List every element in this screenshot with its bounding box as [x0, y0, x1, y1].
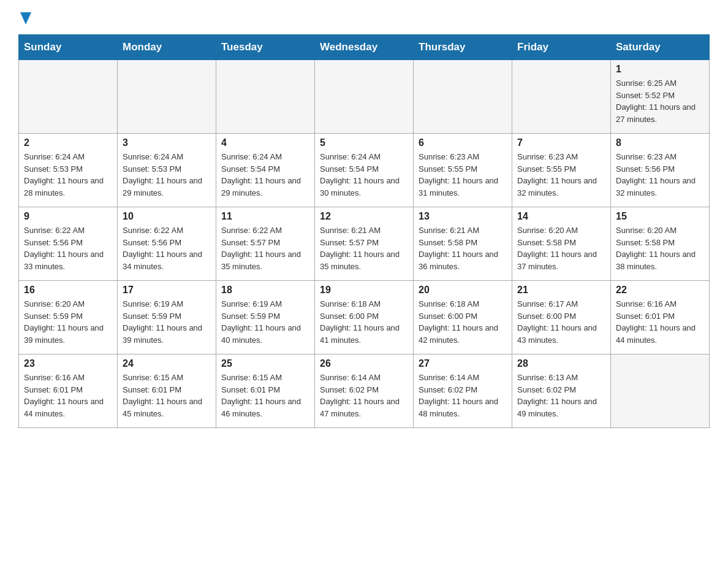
table-row: 16Sunrise: 6:20 AM Sunset: 5:59 PM Dayli… — [19, 281, 118, 354]
day-number: 21 — [517, 285, 605, 296]
calendar-week-row: 1Sunrise: 6:25 AM Sunset: 5:52 PM Daylig… — [19, 60, 710, 134]
day-info: Sunrise: 6:24 AM Sunset: 5:54 PM Dayligh… — [221, 151, 309, 199]
day-info: Sunrise: 6:16 AM Sunset: 6:01 PM Dayligh… — [616, 298, 704, 346]
table-row: 11Sunrise: 6:22 AM Sunset: 5:57 PM Dayli… — [216, 207, 315, 281]
day-info: Sunrise: 6:20 AM Sunset: 5:58 PM Dayligh… — [616, 224, 704, 272]
day-number: 5 — [320, 137, 408, 148]
day-info: Sunrise: 6:23 AM Sunset: 5:56 PM Dayligh… — [616, 151, 704, 199]
col-thursday: Thursday — [414, 35, 512, 60]
table-row: 18Sunrise: 6:19 AM Sunset: 5:59 PM Dayli… — [216, 281, 315, 354]
day-info: Sunrise: 6:18 AM Sunset: 6:00 PM Dayligh… — [419, 298, 507, 346]
day-info: Sunrise: 6:21 AM Sunset: 5:58 PM Dayligh… — [419, 224, 507, 272]
col-tuesday: Tuesday — [216, 35, 315, 60]
day-number: 12 — [320, 211, 408, 222]
day-number: 18 — [221, 285, 309, 296]
day-number: 19 — [320, 285, 408, 296]
table-row — [118, 60, 216, 134]
day-number: 23 — [24, 358, 112, 369]
table-row: 20Sunrise: 6:18 AM Sunset: 6:00 PM Dayli… — [414, 281, 512, 354]
day-number: 25 — [221, 358, 309, 369]
day-number: 9 — [24, 211, 112, 222]
day-number: 2 — [24, 137, 112, 148]
day-info: Sunrise: 6:21 AM Sunset: 5:57 PM Dayligh… — [320, 224, 408, 272]
table-row — [19, 60, 118, 134]
day-number: 28 — [517, 358, 605, 369]
table-row — [512, 60, 611, 134]
table-row: 6Sunrise: 6:23 AM Sunset: 5:55 PM Daylig… — [414, 134, 512, 207]
calendar-week-row: 9Sunrise: 6:22 AM Sunset: 5:56 PM Daylig… — [19, 207, 710, 281]
calendar-week-row: 2Sunrise: 6:24 AM Sunset: 5:53 PM Daylig… — [19, 134, 710, 207]
col-saturday: Saturday — [611, 35, 710, 60]
table-row: 4Sunrise: 6:24 AM Sunset: 5:54 PM Daylig… — [216, 134, 315, 207]
table-row: 14Sunrise: 6:20 AM Sunset: 5:58 PM Dayli… — [512, 207, 611, 281]
day-number: 14 — [517, 211, 605, 222]
day-info: Sunrise: 6:18 AM Sunset: 6:00 PM Dayligh… — [320, 298, 408, 346]
day-info: Sunrise: 6:25 AM Sunset: 5:52 PM Dayligh… — [616, 77, 704, 125]
logo-arrow-icon — [20, 12, 31, 27]
table-row: 10Sunrise: 6:22 AM Sunset: 5:56 PM Dayli… — [118, 207, 216, 281]
day-number: 1 — [616, 64, 704, 75]
table-row: 17Sunrise: 6:19 AM Sunset: 5:59 PM Dayli… — [118, 281, 216, 354]
day-number: 15 — [616, 211, 704, 222]
calendar-week-row: 16Sunrise: 6:20 AM Sunset: 5:59 PM Dayli… — [19, 281, 710, 354]
table-row: 25Sunrise: 6:15 AM Sunset: 6:01 PM Dayli… — [216, 354, 315, 428]
table-row: 2Sunrise: 6:24 AM Sunset: 5:53 PM Daylig… — [19, 134, 118, 207]
table-row: 26Sunrise: 6:14 AM Sunset: 6:02 PM Dayli… — [315, 354, 414, 428]
day-info: Sunrise: 6:24 AM Sunset: 5:53 PM Dayligh… — [123, 151, 211, 199]
table-row: 19Sunrise: 6:18 AM Sunset: 6:00 PM Dayli… — [315, 281, 414, 354]
table-row — [414, 60, 512, 134]
calendar-table: Sunday Monday Tuesday Wednesday Thursday… — [18, 34, 710, 428]
day-info: Sunrise: 6:13 AM Sunset: 6:02 PM Dayligh… — [517, 372, 605, 419]
table-row — [315, 60, 414, 134]
day-info: Sunrise: 6:16 AM Sunset: 6:01 PM Dayligh… — [24, 372, 112, 419]
table-row — [611, 354, 710, 428]
day-number: 11 — [221, 211, 309, 222]
col-friday: Friday — [512, 35, 611, 60]
table-row: 22Sunrise: 6:16 AM Sunset: 6:01 PM Dayli… — [611, 281, 710, 354]
table-row: 23Sunrise: 6:16 AM Sunset: 6:01 PM Dayli… — [19, 354, 118, 428]
day-info: Sunrise: 6:14 AM Sunset: 6:02 PM Dayligh… — [320, 372, 408, 419]
table-row: 5Sunrise: 6:24 AM Sunset: 5:54 PM Daylig… — [315, 134, 414, 207]
day-number: 16 — [24, 285, 112, 296]
day-info: Sunrise: 6:22 AM Sunset: 5:57 PM Dayligh… — [221, 224, 309, 272]
day-info: Sunrise: 6:19 AM Sunset: 5:59 PM Dayligh… — [221, 298, 309, 346]
table-row: 12Sunrise: 6:21 AM Sunset: 5:57 PM Dayli… — [315, 207, 414, 281]
table-row: 3Sunrise: 6:24 AM Sunset: 5:53 PM Daylig… — [118, 134, 216, 207]
day-number: 22 — [616, 285, 704, 296]
table-row: 9Sunrise: 6:22 AM Sunset: 5:56 PM Daylig… — [19, 207, 118, 281]
day-info: Sunrise: 6:24 AM Sunset: 5:53 PM Dayligh… — [24, 151, 112, 199]
day-info: Sunrise: 6:22 AM Sunset: 5:56 PM Dayligh… — [123, 224, 211, 272]
day-number: 17 — [123, 285, 211, 296]
calendar-week-row: 23Sunrise: 6:16 AM Sunset: 6:01 PM Dayli… — [19, 354, 710, 428]
day-info: Sunrise: 6:20 AM Sunset: 5:59 PM Dayligh… — [24, 298, 112, 346]
table-row: 1Sunrise: 6:25 AM Sunset: 5:52 PM Daylig… — [611, 60, 710, 134]
table-row: 21Sunrise: 6:17 AM Sunset: 6:00 PM Dayli… — [512, 281, 611, 354]
table-row: 28Sunrise: 6:13 AM Sunset: 6:02 PM Dayli… — [512, 354, 611, 428]
table-row: 7Sunrise: 6:23 AM Sunset: 5:55 PM Daylig… — [512, 134, 611, 207]
day-info: Sunrise: 6:15 AM Sunset: 6:01 PM Dayligh… — [123, 372, 211, 419]
col-monday: Monday — [118, 35, 216, 60]
table-row — [216, 60, 315, 134]
logo — [18, 12, 31, 28]
day-number: 7 — [517, 137, 605, 148]
table-row: 13Sunrise: 6:21 AM Sunset: 5:58 PM Dayli… — [414, 207, 512, 281]
table-row: 24Sunrise: 6:15 AM Sunset: 6:01 PM Dayli… — [118, 354, 216, 428]
table-row: 8Sunrise: 6:23 AM Sunset: 5:56 PM Daylig… — [611, 134, 710, 207]
day-info: Sunrise: 6:23 AM Sunset: 5:55 PM Dayligh… — [419, 151, 507, 199]
day-info: Sunrise: 6:24 AM Sunset: 5:54 PM Dayligh… — [320, 151, 408, 199]
day-number: 4 — [221, 137, 309, 148]
day-info: Sunrise: 6:15 AM Sunset: 6:01 PM Dayligh… — [221, 372, 309, 419]
table-row: 15Sunrise: 6:20 AM Sunset: 5:58 PM Dayli… — [611, 207, 710, 281]
col-sunday: Sunday — [19, 35, 118, 60]
day-number: 8 — [616, 137, 704, 148]
day-info: Sunrise: 6:14 AM Sunset: 6:02 PM Dayligh… — [419, 372, 507, 419]
day-number: 13 — [419, 211, 507, 222]
day-number: 24 — [123, 358, 211, 369]
day-number: 3 — [123, 137, 211, 148]
day-info: Sunrise: 6:22 AM Sunset: 5:56 PM Dayligh… — [24, 224, 112, 272]
day-number: 6 — [419, 137, 507, 148]
table-row: 27Sunrise: 6:14 AM Sunset: 6:02 PM Dayli… — [414, 354, 512, 428]
day-info: Sunrise: 6:20 AM Sunset: 5:58 PM Dayligh… — [517, 224, 605, 272]
day-info: Sunrise: 6:17 AM Sunset: 6:00 PM Dayligh… — [517, 298, 605, 346]
day-info: Sunrise: 6:19 AM Sunset: 5:59 PM Dayligh… — [123, 298, 211, 346]
